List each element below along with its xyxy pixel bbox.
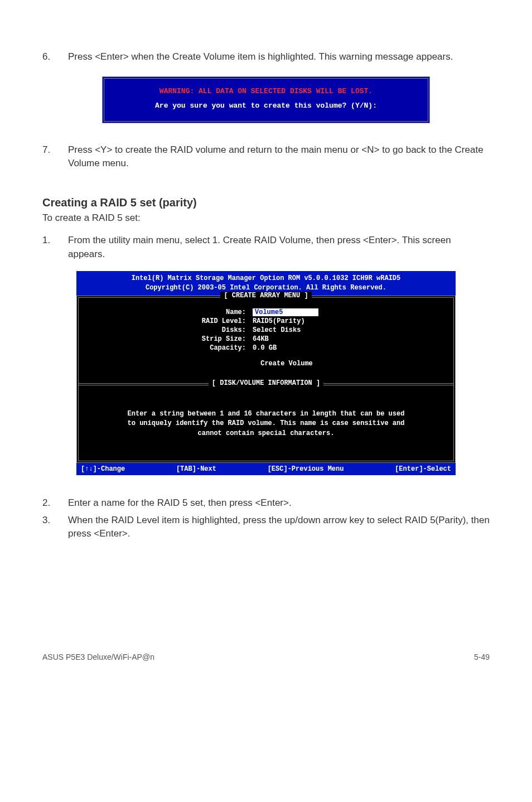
step-number: 6. — [42, 50, 68, 64]
section-intro: To create a RAID 5 set: — [42, 212, 490, 224]
field-raid-level: RAID Level: RAID5(Parity) — [101, 317, 431, 325]
step-1: 1. From the utility main menu, select 1.… — [42, 234, 490, 261]
footer-next: [TAB]-Next — [176, 465, 216, 473]
step-number: 2. — [42, 496, 68, 510]
value-raid: RAID5(Parity) — [253, 317, 305, 325]
value-capacity: 0.0 GB — [253, 344, 277, 352]
step-number: 1. — [42, 234, 68, 261]
value-disks: Select Disks — [253, 326, 301, 334]
step-text: From the utility main menu, select 1. Cr… — [68, 234, 490, 261]
info-line3: cannot contain special characters. — [95, 429, 437, 438]
disk-info-title: [ DISK/VOLUME INFORMATION ] — [79, 385, 453, 393]
label-name: Name: — [101, 308, 253, 316]
value-strip: 64KB — [253, 335, 269, 343]
bios-screenshot: Intel(R) Matrix Storage Manager Option R… — [76, 271, 456, 475]
footer-select: [Enter]-Select — [395, 465, 451, 473]
footer-right: 5-49 — [474, 653, 490, 661]
confirm-line: Are you sure you want to create this vol… — [115, 100, 417, 112]
name-input[interactable]: Volume5 — [253, 308, 318, 316]
warning-line: WARNING: ALL DATA ON SELECTED DISKS WILL… — [115, 85, 417, 98]
field-name: Name: Volume5 — [101, 308, 431, 316]
field-disks: Disks: Select Disks — [101, 326, 431, 334]
info-text: Enter a string between 1 and 16 characte… — [79, 393, 453, 451]
create-volume-action[interactable]: Create Volume — [101, 360, 431, 368]
warning-dialog: WARNING: ALL DATA ON SELECTED DISKS WILL… — [102, 76, 430, 123]
step-text: Press <Y> to create the RAID volume and … — [68, 143, 490, 171]
info-line1: Enter a string between 1 and 16 characte… — [95, 409, 437, 419]
field-strip-size: Strip Size: 64KB — [101, 335, 431, 343]
step-2: 2. Enter a name for the RAID 5 set, then… — [42, 496, 490, 510]
label-raid: RAID Level: — [101, 317, 253, 325]
create-array-title: [ CREATE ARRAY MENU ] — [79, 297, 453, 305]
step-text: Enter a name for the RAID 5 set, then pr… — [68, 496, 490, 510]
bios-header-line1: Intel(R) Matrix Storage Manager Option R… — [81, 274, 451, 283]
info-line2: to uniquely identify the RAID volume. Th… — [95, 419, 437, 428]
label-strip: Strip Size: — [101, 335, 253, 343]
step-number: 3. — [42, 514, 68, 541]
label-capacity: Capacity: — [101, 344, 253, 352]
section-heading: Creating a RAID 5 set (parity) — [42, 196, 490, 209]
footer-prev: [ESC]-Previous Menu — [268, 465, 344, 473]
divider: [ DISK/VOLUME INFORMATION ] — [79, 383, 453, 393]
step-text: When the RAID Level item is highlighted,… — [68, 514, 490, 541]
bios-footer: [↑↓]-Change [TAB]-Next [ESC]-Previous Me… — [76, 463, 456, 475]
field-capacity: Capacity: 0.0 GB — [101, 344, 431, 352]
footer-left: ASUS P5E3 Deluxe/WiFi-AP@n — [42, 653, 154, 661]
label-disks: Disks: — [101, 326, 253, 334]
step-3: 3. When the RAID Level item is highlight… — [42, 514, 490, 541]
step-7: 7. Press <Y> to create the RAID volume a… — [42, 143, 490, 171]
bios-body: [ CREATE ARRAY MENU ] Name: Volume5 RAID… — [76, 296, 456, 463]
step-text: Press <Enter> when the Create Volume ite… — [68, 50, 490, 64]
footer-change: [↑↓]-Change — [81, 465, 125, 473]
step-6: 6. Press <Enter> when the Create Volume … — [42, 50, 490, 64]
step-number: 7. — [42, 143, 68, 171]
form-area: Name: Volume5 RAID Level: RAID5(Parity) … — [79, 305, 453, 376]
page-footer: ASUS P5E3 Deluxe/WiFi-AP@n 5-49 — [42, 653, 490, 661]
value-name: Volume5 — [253, 308, 318, 316]
